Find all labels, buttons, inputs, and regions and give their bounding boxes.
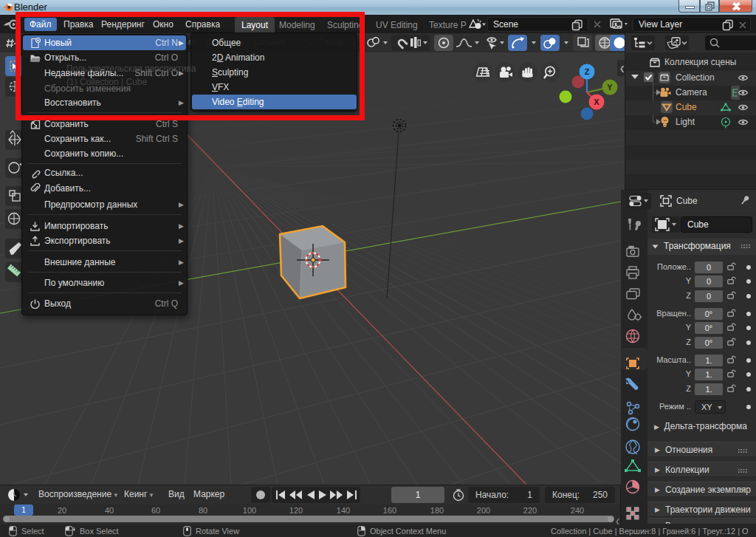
svg-text:Y: Y (607, 83, 613, 92)
svg-text:❮: ❮ (619, 65, 625, 73)
svg-text:Z: Z (585, 67, 590, 76)
svg-text:X: X (594, 98, 599, 106)
